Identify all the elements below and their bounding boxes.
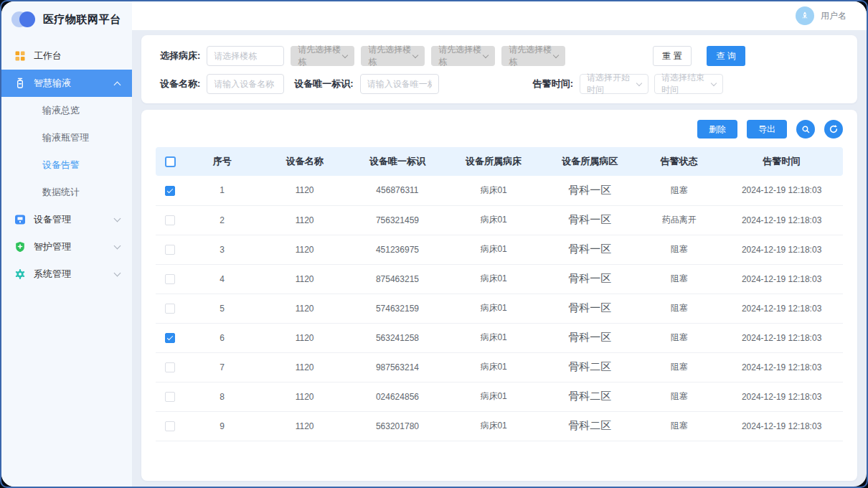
- cell-ward: 骨科一区: [542, 235, 638, 264]
- sidebar-item-smart-infusion[interactable]: 智慧输液: [1, 70, 132, 97]
- topbar: 用户名: [132, 1, 867, 30]
- cell-ward: 骨科一区: [542, 205, 638, 235]
- cell-seq: 8: [184, 382, 260, 411]
- row-checkbox[interactable]: [165, 274, 175, 284]
- bed-filter-label: 选择病床:: [160, 50, 200, 62]
- cell-status: 阻塞: [638, 294, 720, 323]
- alarm-time-label: 告警时间:: [533, 78, 573, 90]
- sidebar-item-system-management[interactable]: 系统管理: [1, 261, 132, 288]
- reset-button[interactable]: 重 置: [653, 46, 692, 66]
- cell-ward: 骨科一区: [542, 294, 638, 323]
- cell-seq: 2: [184, 205, 260, 235]
- alarm-table-panel: 删除 导出: [141, 110, 857, 481]
- alarm-table: 序号 设备名称 设备唯一标识 设备所属病床 设备所属病区 告警状态 告警时间 1…: [156, 147, 843, 441]
- table-toolbar: 删除 导出: [156, 110, 843, 147]
- search-icon: [801, 125, 811, 134]
- bed-select-disabled-4: 请先选择楼栋: [501, 46, 565, 66]
- grid-icon: [14, 50, 26, 62]
- cell-device-uid: 456876311: [349, 176, 445, 205]
- cell-time: 2024-12-19 12:18:03: [720, 176, 843, 205]
- refresh-button[interactable]: [824, 120, 843, 139]
- cell-device-uid: 451236975: [349, 235, 445, 264]
- cell-time: 2024-12-19 12:18:03: [720, 411, 843, 441]
- cell-seq: 7: [184, 352, 260, 382]
- infusion-icon: [14, 78, 26, 89]
- row-checkbox[interactable]: [165, 245, 175, 255]
- chevron-down-icon: [114, 215, 121, 222]
- export-button[interactable]: 导出: [747, 120, 787, 139]
- select-placeholder: 请先选择楼栋: [368, 44, 413, 68]
- cell-ward: 骨科二区: [542, 352, 638, 382]
- sidebar-item-device-management[interactable]: 设备管理: [1, 206, 132, 233]
- select-placeholder: 请选择开始时间: [587, 72, 637, 96]
- sidebar-subitem-data-statistics[interactable]: 数据统计: [1, 179, 132, 206]
- sidebar-subitem-bottle-management[interactable]: 输液瓶管理: [1, 124, 132, 151]
- refresh-icon: [829, 124, 839, 134]
- table-row: 8 1120 024624856 病床01 骨科二区 阻塞 2024-12-19…: [156, 382, 843, 411]
- chevron-down-icon: [553, 52, 559, 58]
- screenshot-frame: 医疗物联网平台 工作台 智慧输液 输液总览: [0, 0, 868, 488]
- filter-row-2: 设备名称: 设备唯一标识: 告警时间: 请选择开始时间 请选择结束时间: [160, 74, 839, 94]
- row-checkbox[interactable]: [165, 215, 175, 225]
- cell-bed: 病床01: [445, 205, 542, 235]
- sidebar-subitem-device-alarm[interactable]: 设备告警: [1, 151, 132, 179]
- device-uid-input[interactable]: [360, 74, 439, 94]
- select-placeholder: 请先选择楼栋: [298, 44, 343, 68]
- start-time-select[interactable]: 请选择开始时间: [580, 74, 648, 94]
- row-checkbox[interactable]: [165, 304, 175, 314]
- query-button[interactable]: 查 询: [707, 46, 745, 66]
- filter-row-1: 选择病床: 请先选择楼栋 请先选择楼栋 请先选择楼栋 请先选择楼栋 重 置 查 …: [160, 46, 839, 66]
- row-checkbox[interactable]: [165, 362, 175, 372]
- chevron-down-icon: [114, 243, 121, 250]
- table-body: 1 1120 456876311 病床01 骨科一区 阻塞 2024-12-19…: [156, 176, 843, 441]
- cell-bed: 病床01: [445, 382, 542, 411]
- delete-button[interactable]: 删除: [697, 120, 737, 139]
- user-avatar[interactable]: [796, 6, 814, 25]
- cell-device-uid: 024624856: [349, 382, 445, 411]
- select-all-checkbox[interactable]: [165, 156, 176, 167]
- end-time-select[interactable]: 请选择结束时间: [654, 74, 723, 94]
- cell-device-name: 1120: [260, 323, 349, 352]
- row-checkbox[interactable]: [165, 186, 175, 196]
- cell-status: 阻塞: [638, 382, 720, 411]
- cell-device-name: 1120: [260, 382, 349, 411]
- bed-select-disabled-3: 请先选择楼栋: [431, 46, 495, 66]
- row-checkbox[interactable]: [165, 333, 175, 343]
- content: 选择病床: 请先选择楼栋 请先选择楼栋 请先选择楼栋 请先选择楼栋 重 置 查 …: [132, 30, 867, 487]
- building-input[interactable]: [207, 46, 284, 66]
- alarm-time-group: 告警时间: 请选择开始时间 请选择结束时间: [533, 74, 729, 94]
- table-row: 9 1120 563201780 病床01 骨科二区 阻塞 2024-12-19…: [156, 411, 843, 441]
- cell-device-uid: 563241258: [349, 323, 445, 352]
- row-checkbox[interactable]: [165, 392, 175, 402]
- select-placeholder: 请先选择楼栋: [509, 44, 554, 68]
- table-header-row: 序号 设备名称 设备唯一标识 设备所属病床 设备所属病区 告警状态 告警时间: [156, 147, 843, 176]
- cell-time: 2024-12-19 12:18:03: [720, 264, 843, 294]
- app-window: 医疗物联网平台 工作台 智慧输液 输液总览: [1, 1, 867, 487]
- cell-bed: 病床01: [445, 323, 542, 352]
- sidebar-item-care-management[interactable]: 智护管理: [1, 233, 132, 261]
- search-button[interactable]: [796, 120, 815, 139]
- sidebar-subitem-infusion-overview[interactable]: 输液总览: [1, 97, 132, 124]
- select-placeholder: 请先选择楼栋: [438, 44, 483, 68]
- sidebar-item-label: 系统管理: [34, 268, 107, 281]
- logo-icon: [11, 11, 36, 28]
- cell-time: 2024-12-19 12:18:03: [720, 352, 843, 382]
- device-name-input[interactable]: [207, 74, 284, 94]
- row-checkbox[interactable]: [165, 421, 175, 431]
- sidebar-item-workbench[interactable]: 工作台: [1, 42, 132, 70]
- sidebar-item-label: 智慧输液: [34, 77, 107, 90]
- filter-panel: 选择病床: 请先选择楼栋 请先选择楼栋 请先选择楼栋 请先选择楼栋 重 置 查 …: [141, 35, 857, 103]
- chevron-down-icon: [636, 80, 642, 86]
- username-label[interactable]: 用户名: [821, 10, 846, 22]
- cell-device-name: 1120: [260, 294, 349, 323]
- cell-ward: 骨科二区: [542, 382, 638, 411]
- cell-time: 2024-12-19 12:18:03: [720, 205, 843, 235]
- sidebar: 医疗物联网平台 工作台 智慧输液 输液总览: [1, 1, 132, 487]
- sidebar-item-label: 设备管理: [34, 213, 107, 226]
- cell-ward: 骨科一区: [542, 176, 638, 205]
- cell-bed: 病床01: [445, 294, 542, 323]
- bed-select-disabled-1: 请先选择楼栋: [291, 46, 354, 66]
- cell-bed: 病床01: [445, 411, 542, 441]
- cell-device-uid: 574632159: [349, 294, 445, 323]
- cell-bed: 病床01: [445, 352, 542, 382]
